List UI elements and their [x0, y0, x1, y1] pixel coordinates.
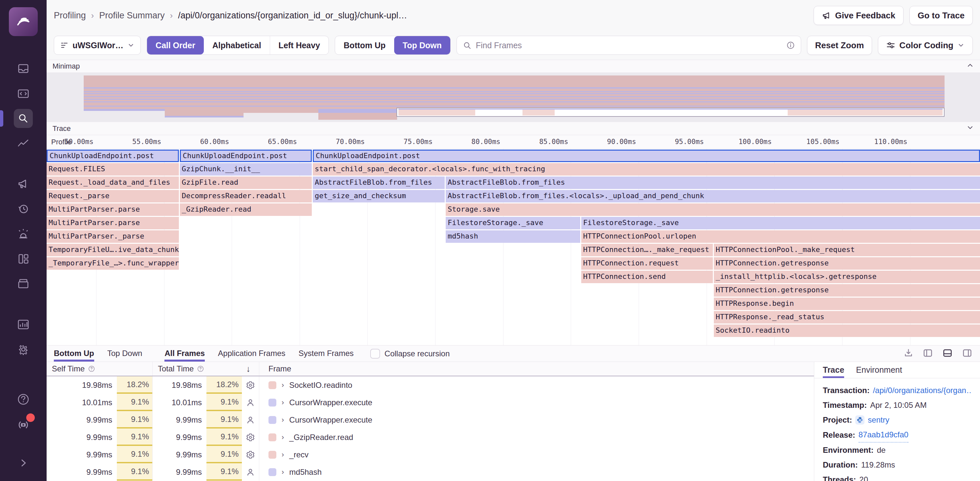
flame-frame[interactable]: ChunkUploadEndpoint.post — [180, 149, 312, 162]
flame-frame[interactable]: AbstractFileBlob.from_files.<locals>._up… — [446, 190, 980, 202]
sort-option-call-order[interactable]: Call Order — [147, 36, 204, 54]
flame-frame[interactable]: Request.FILES — [47, 163, 179, 176]
breadcrumb-profiling[interactable]: Profiling — [54, 11, 86, 21]
give-feedback-button[interactable]: Give Feedback — [814, 6, 904, 25]
flame-frame[interactable]: md5hash — [446, 230, 580, 243]
collapse-minimap-icon[interactable] — [966, 61, 974, 71]
flame-frame[interactable]: HTTPConnection.getresponse — [714, 257, 980, 270]
flame-frame[interactable]: ChunkUploadEndpoint.post — [47, 149, 179, 162]
detail-link[interactable]: /api/0/organizations/{organ… — [873, 383, 972, 398]
flame-frame[interactable]: _TemporaryFile_…>.func_wrapper — [47, 257, 179, 270]
tab-bottom-up[interactable]: Bottom Up — [54, 346, 94, 362]
sidebar-item-dashboards[interactable] — [14, 249, 33, 268]
flame-frame[interactable]: AbstractFileBlob.from_files — [446, 176, 980, 189]
export-download-icon[interactable] — [903, 348, 914, 360]
flame-frame[interactable]: GzipChunk.__init__ — [180, 163, 312, 176]
table-row[interactable]: 9.99ms9.1%9.99ms9.1%›CursorWrapper.execu… — [47, 411, 814, 429]
sidebar-item-alerts[interactable] — [14, 224, 33, 243]
table-row[interactable]: 10.01ms9.1%10.01ms9.1%›CursorWrapper.exe… — [47, 394, 814, 411]
minimap-canvas[interactable] — [47, 73, 980, 122]
expand-sidebar-icon[interactable] — [14, 454, 33, 473]
direction-option-top-down[interactable]: Top Down — [394, 36, 450, 54]
help-icon[interactable] — [14, 390, 33, 409]
layout-bottom-icon[interactable] — [942, 348, 953, 360]
flame-frame[interactable]: HTTPResponse.begin — [714, 298, 980, 310]
flame-frame[interactable]: HTTPConnectionPool._make_request — [714, 244, 980, 256]
flame-frame[interactable]: _install_httplib.<locals>.getresponse — [714, 271, 980, 283]
table-row[interactable]: 9.99ms9.1%9.99ms9.1%›_GzipReader.read — [47, 429, 814, 446]
flame-frame[interactable]: SocketIO.readinto — [714, 324, 980, 337]
flame-frame[interactable]: DecompressReader.readall — [180, 190, 312, 202]
sentry-logo-icon[interactable] — [9, 7, 38, 36]
expand-row-icon[interactable]: › — [282, 416, 284, 424]
table-row[interactable]: 9.99ms9.1%9.99ms9.1%›md5hash — [47, 463, 814, 481]
frame-header[interactable]: Frame — [259, 362, 814, 376]
tab-top-down[interactable]: Top Down — [107, 346, 142, 362]
sort-option-left-heavy[interactable]: Left Heavy — [270, 36, 329, 54]
release-link[interactable]: 87aab1d9cfa0 — [859, 427, 908, 443]
flame-frame[interactable]: get_size_and_checksum — [313, 190, 445, 202]
expand-row-icon[interactable]: › — [282, 433, 284, 441]
sort-desc-icon[interactable]: ↓ — [246, 364, 250, 374]
details-tab-trace[interactable]: Trace — [823, 362, 844, 378]
sidebar-item-releases[interactable] — [14, 274, 33, 293]
flame-frame[interactable]: FilestoreStorage._save — [446, 217, 580, 229]
sidebar-item-stats[interactable] — [14, 315, 33, 334]
project-link[interactable]: sentry — [868, 413, 889, 427]
flame-frame[interactable]: HTTPConnection.getresponse — [714, 284, 980, 297]
table-row[interactable]: 9.99ms9.1%9.99ms9.1%›_recv — [47, 446, 814, 463]
flame-frame[interactable]: HTTPConnection…._make_request — [581, 244, 713, 256]
minimap-viewport[interactable] — [396, 108, 945, 117]
reset-zoom-button[interactable]: Reset Zoom — [807, 36, 872, 55]
expand-row-icon[interactable]: › — [282, 468, 284, 476]
flame-frame[interactable]: FilestoreStorage._save — [581, 217, 980, 229]
collapse-recursion-checkbox[interactable] — [370, 349, 380, 359]
total-time-header[interactable]: Total Time — [153, 364, 204, 373]
flame-frame[interactable]: MultiPartParser.parse — [47, 203, 179, 216]
direction-option-bottom-up[interactable]: Bottom Up — [335, 36, 394, 54]
sidebar-item-search[interactable] — [14, 109, 33, 128]
self-time-header[interactable]: Self Time — [47, 364, 95, 373]
flame-frame[interactable]: HTTPConnection.request — [581, 257, 713, 270]
sidebar-item-metrics[interactable] — [14, 134, 33, 153]
sidebar-item-feedback[interactable] — [14, 175, 33, 194]
expand-row-icon[interactable]: › — [282, 381, 284, 389]
expand-row-icon[interactable]: › — [282, 451, 284, 459]
sidebar-item-issues[interactable] — [14, 59, 33, 78]
tab-all-frames[interactable]: All Frames — [164, 346, 205, 362]
layout-right-icon[interactable] — [962, 348, 973, 360]
go-to-trace-button[interactable]: Go to Trace — [910, 6, 973, 25]
flame-frame[interactable]: HTTPConnection.send — [581, 271, 713, 283]
sort-option-alphabetical[interactable]: Alphabetical — [204, 36, 270, 54]
flame-frame[interactable]: start_child_span_decorator.<locals>.func… — [313, 163, 980, 176]
breadcrumb-profile-summary[interactable]: Profile Summary — [99, 11, 165, 21]
flame-frame[interactable]: HTTPResponse._read_status — [714, 311, 980, 324]
flame-frame[interactable]: _GzipReader.read — [180, 203, 312, 216]
find-frames-search[interactable] — [457, 36, 801, 55]
color-coding-button[interactable]: Color Coding — [878, 36, 973, 55]
collapse-trace-icon[interactable] — [966, 124, 974, 133]
thread-selector-dropdown[interactable]: uWSGIWor… — [54, 36, 141, 55]
whats-new-icon[interactable] — [14, 415, 33, 434]
sidebar-item-projects[interactable] — [14, 84, 33, 103]
flame-frame[interactable]: AbstractFileBlob.from_files — [313, 176, 445, 189]
flame-frame[interactable]: HTTPConnectionPool.urlopen — [581, 230, 980, 243]
tab-system-frames[interactable]: System Frames — [299, 346, 354, 362]
flame-chart[interactable]: ChunkUploadEndpoint.postChunkUploadEndpo… — [47, 149, 980, 345]
tab-application-frames[interactable]: Application Frames — [218, 346, 285, 362]
table-row[interactable]: 19.98ms18.2%19.98ms18.2%›SocketIO.readin… — [47, 376, 814, 394]
flame-frame[interactable]: TemporaryFileU….ive_data_chunk — [47, 244, 179, 256]
flame-frame[interactable]: GzipFile.read — [180, 176, 312, 189]
sidebar-item-replays[interactable] — [14, 200, 33, 219]
collapse-recursion-toggle[interactable]: Collapse recursion — [370, 346, 450, 362]
flame-frame[interactable]: ChunkUploadEndpoint.post — [313, 149, 980, 162]
sidebar-item-settings[interactable] — [14, 340, 33, 359]
flame-frame[interactable]: Request._parse — [47, 190, 179, 202]
find-frames-input[interactable] — [476, 41, 782, 50]
expand-row-icon[interactable]: › — [282, 398, 284, 407]
flame-frame[interactable]: MultiPartParser.parse — [47, 217, 179, 229]
layout-left-icon[interactable] — [922, 348, 933, 360]
flame-frame[interactable]: MultiPartParser._parse — [47, 230, 179, 243]
details-tab-environment[interactable]: Environment — [856, 362, 902, 378]
flame-frame[interactable]: Storage.save — [446, 203, 980, 216]
